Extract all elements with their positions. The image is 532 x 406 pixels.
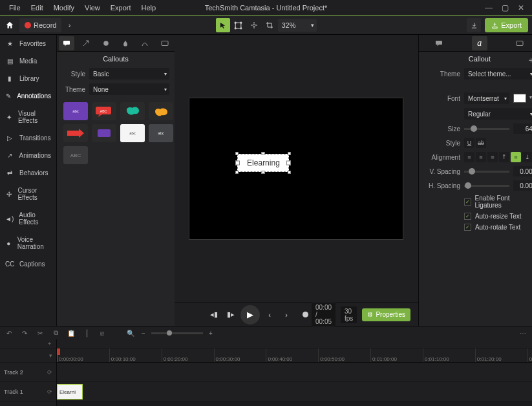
strikethrough-button[interactable]: ab xyxy=(476,138,486,148)
playhead[interactable] xyxy=(57,348,58,362)
zoom-minus[interactable]: − xyxy=(138,328,149,338)
menu-file[interactable]: File xyxy=(4,2,26,14)
ligatures-checkbox[interactable]: ✓ xyxy=(464,198,471,206)
resize-handle[interactable] xyxy=(262,171,265,174)
sidebar-item-captions[interactable]: CCCaptions xyxy=(0,255,56,273)
sidebar-item-behaviors[interactable]: ⇄Behaviors xyxy=(0,164,56,182)
maximize-button[interactable]: ▢ xyxy=(502,3,509,12)
timeline-zoom-slider[interactable] xyxy=(151,332,203,334)
callout-thumb[interactable]: abc xyxy=(120,124,145,142)
autoresize-checkbox[interactable]: ✓ xyxy=(464,213,471,220)
tab-more-props[interactable] xyxy=(512,36,527,50)
cut-button[interactable]: ✂ xyxy=(35,328,45,338)
step-fwd-button[interactable]: › xyxy=(279,308,293,322)
sidebar-item-transitions[interactable]: ▷Transitions xyxy=(0,129,56,147)
hspacing-slider[interactable] xyxy=(464,185,509,187)
tab-callouts[interactable] xyxy=(59,36,74,50)
timeline-tracks[interactable]: 0:00:00:00 0:00:10:00 0:00:20:00 0:00:30… xyxy=(57,339,532,406)
menu-view[interactable]: View xyxy=(80,2,105,14)
resize-handle[interactable] xyxy=(288,152,291,155)
track-toggle[interactable]: ⟳ xyxy=(47,369,52,376)
add-prop-button[interactable]: ＋ xyxy=(527,54,532,66)
collapse-track-button[interactable]: ▾ xyxy=(49,352,52,359)
step-back-button[interactable]: ‹ xyxy=(262,308,277,322)
underline-button[interactable]: U xyxy=(464,138,474,148)
zoom-select[interactable]: 32% xyxy=(278,19,317,32)
autorotate-checkbox[interactable]: ✓ xyxy=(464,224,471,231)
menu-modify[interactable]: Modify xyxy=(48,2,80,14)
callout-thumb[interactable] xyxy=(63,124,88,142)
align-right-button[interactable]: ≡ xyxy=(487,152,498,162)
redo-button[interactable]: ↷ xyxy=(19,328,30,338)
timeline-menu[interactable]: ⋯ xyxy=(518,328,528,338)
tab-visual-props[interactable] xyxy=(431,36,447,50)
style-select[interactable]: Basic xyxy=(89,68,169,80)
slider-handle[interactable] xyxy=(471,125,477,132)
play-button[interactable]: ▶ xyxy=(240,305,260,325)
callout-thumb[interactable]: abc xyxy=(63,102,88,120)
callout-thumb[interactable]: ABC xyxy=(92,102,116,120)
align-left-button[interactable]: ≡ xyxy=(464,152,474,162)
pan-tool[interactable] xyxy=(247,18,261,32)
sidebar-item-cursor-effects[interactable]: ✢Cursor Effects xyxy=(0,182,56,206)
tab-keystroke[interactable] xyxy=(157,36,173,50)
properties-button[interactable]: ⚙ Properties xyxy=(362,308,410,321)
menu-edit[interactable]: Edit xyxy=(26,2,48,14)
snapshot-button[interactable]: ⎚ xyxy=(97,328,107,338)
slider-handle[interactable] xyxy=(167,330,172,336)
zoom-plus[interactable]: + xyxy=(206,328,216,338)
zoom-out-button[interactable]: 🔍 xyxy=(125,328,136,338)
close-button[interactable]: ✕ xyxy=(518,3,524,12)
tab-shapes[interactable] xyxy=(98,36,114,50)
prop-weight-select[interactable]: Regular xyxy=(464,108,532,120)
track-label[interactable]: Track 1 xyxy=(4,389,23,395)
theme-select[interactable]: None xyxy=(89,83,169,95)
callout-thumb[interactable] xyxy=(120,102,145,120)
prop-font-select[interactable]: Montserrat xyxy=(464,92,509,104)
resize-handle[interactable] xyxy=(288,171,291,174)
sidebar-item-library[interactable]: ▮Library xyxy=(0,70,56,87)
resize-handle[interactable] xyxy=(262,152,265,155)
split-button[interactable]: ⎮ xyxy=(81,328,92,338)
align-top-button[interactable]: ⤒ xyxy=(499,152,509,162)
slider-handle[interactable] xyxy=(469,168,475,175)
home-button[interactable] xyxy=(0,16,19,35)
callout-thumb[interactable] xyxy=(149,102,173,120)
size-input[interactable] xyxy=(513,123,532,134)
callout-thumb[interactable]: ABC xyxy=(63,146,88,164)
resize-handle[interactable] xyxy=(235,171,239,174)
canvas[interactable]: Elearning xyxy=(189,98,403,240)
resize-handle[interactable] xyxy=(235,152,239,155)
prev-frame-button[interactable]: ◂▮ xyxy=(207,308,221,322)
timeline-clip[interactable]: Elearni xyxy=(57,384,83,400)
align-center-button[interactable]: ≡ xyxy=(476,152,486,162)
track-toggle[interactable]: ⟳ xyxy=(47,389,52,395)
undo-button[interactable]: ↶ xyxy=(4,328,14,338)
callout-thumb[interactable] xyxy=(92,124,116,142)
sidebar-item-visual-effects[interactable]: ✦Visual Effects xyxy=(0,105,56,129)
crop-tool[interactable] xyxy=(262,18,277,32)
slider-handle[interactable] xyxy=(465,182,471,189)
sidebar-item-annotations[interactable]: ✎Annotations xyxy=(0,87,56,105)
crop-handles-tool[interactable] xyxy=(231,18,246,32)
track-row[interactable]: Elearni xyxy=(57,382,532,401)
sidebar-item-favorites[interactable]: ★Favorites xyxy=(0,35,56,52)
record-submenu[interactable]: › xyxy=(61,21,77,29)
hspacing-input[interactable] xyxy=(513,180,532,191)
tab-arrows[interactable] xyxy=(78,36,94,50)
align-middle-button[interactable]: ≡ xyxy=(511,152,521,162)
next-marker-button[interactable]: ▮▸ xyxy=(224,308,238,322)
timeline-ruler[interactable]: 0:00:00:00 0:00:10:00 0:00:20:00 0:00:30… xyxy=(57,348,532,363)
prop-theme-select[interactable]: Select theme... xyxy=(464,68,532,80)
vspacing-slider[interactable] xyxy=(464,171,509,173)
sidebar-item-media[interactable]: ▤Media xyxy=(0,52,56,70)
callout-thumb[interactable]: abc xyxy=(149,124,173,142)
tab-text-props[interactable]: a xyxy=(472,36,487,50)
font-color-swatch[interactable] xyxy=(513,94,526,103)
sidebar-item-voice-narration[interactable]: ●Voice Narration xyxy=(0,231,56,255)
scrubber-handle[interactable] xyxy=(303,312,308,317)
vspacing-input[interactable] xyxy=(513,166,532,176)
add-track-button[interactable]: ＋ xyxy=(47,339,52,348)
minimize-button[interactable]: — xyxy=(485,3,493,12)
tab-sketch[interactable] xyxy=(137,36,153,50)
